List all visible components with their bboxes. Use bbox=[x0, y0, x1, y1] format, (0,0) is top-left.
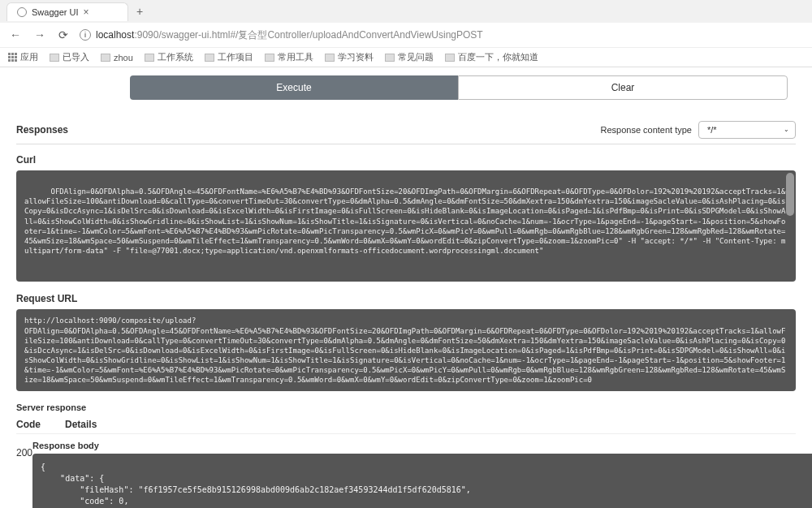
folder-icon bbox=[445, 54, 455, 62]
forward-button[interactable]: → bbox=[32, 28, 47, 41]
page-content: Execute Clear Responses Response content… bbox=[0, 67, 812, 508]
folder-icon bbox=[325, 54, 335, 62]
folder-icon bbox=[385, 54, 395, 62]
reload-button[interactable]: ⟳ bbox=[57, 28, 70, 41]
bookmark-item[interactable]: 百度一下，你就知道 bbox=[445, 51, 538, 63]
responses-title: Responses bbox=[16, 124, 68, 136]
tab-favicon bbox=[17, 7, 27, 17]
clear-button[interactable]: Clear bbox=[458, 75, 788, 100]
new-tab-button[interactable]: + bbox=[128, 5, 151, 18]
code-header: Code bbox=[16, 419, 65, 430]
folder-icon bbox=[145, 54, 154, 62]
content-type-dropdown[interactable]: */* bbox=[698, 121, 796, 139]
folder-icon bbox=[265, 54, 274, 62]
bookmark-item[interactable]: zhou bbox=[101, 53, 133, 62]
bookmark-item[interactable]: 常用工具 bbox=[265, 51, 313, 63]
apps-button[interactable]: 应用 bbox=[8, 51, 38, 63]
details-header: Details bbox=[65, 419, 796, 430]
request-url-label: Request URL bbox=[16, 293, 796, 304]
content-type-selector: Response content type */* ⌄ bbox=[600, 121, 796, 139]
url-text: localhost:9090/swagger-ui.html#/复合型Contr… bbox=[96, 28, 483, 42]
bookmarks-bar: 应用 已导入 zhou 工作系统 工作项目 常用工具 学习资料 常见问题 百度一… bbox=[0, 47, 812, 67]
response-row: 200 Response body { "data": { "fileHash"… bbox=[16, 441, 796, 508]
action-buttons: Execute Clear bbox=[16, 75, 796, 100]
response-body-block[interactable]: { "data": { "fileHash": "f6f1957ce5f5e8b… bbox=[32, 454, 812, 508]
folder-icon bbox=[205, 54, 214, 62]
response-body-label: Response body bbox=[32, 441, 812, 450]
server-response-label: Server response bbox=[16, 403, 796, 412]
curl-block[interactable]: OFDAlign=0&OFDAlpha=0.5&OFDAngle=45&OFDF… bbox=[16, 170, 796, 282]
tab-title: Swagger UI bbox=[32, 7, 78, 17]
bookmark-item[interactable]: 常见问题 bbox=[385, 51, 434, 63]
request-url-block[interactable]: http://localhost:9090/composite/upload? … bbox=[16, 309, 796, 391]
apps-grid-icon bbox=[8, 53, 17, 62]
folder-icon bbox=[101, 54, 110, 62]
bookmark-item[interactable]: 工作系统 bbox=[145, 51, 193, 63]
folder-icon bbox=[50, 54, 59, 62]
curl-label: Curl bbox=[16, 154, 796, 166]
response-headers: Code Details bbox=[16, 419, 796, 434]
bookmark-item[interactable]: 工作项目 bbox=[205, 51, 253, 63]
site-info-icon[interactable]: i bbox=[80, 29, 91, 41]
tab-bar: Swagger UI × + bbox=[0, 0, 812, 23]
url-bar[interactable]: i localhost:9090/swagger-ui.html#/复合型Con… bbox=[80, 28, 804, 42]
status-code: 200 bbox=[16, 441, 32, 508]
browser-tab[interactable]: Swagger UI × bbox=[6, 2, 128, 21]
tab-close-icon[interactable]: × bbox=[83, 6, 89, 18]
execute-button[interactable]: Execute bbox=[130, 75, 458, 100]
bookmark-item[interactable]: 已导入 bbox=[50, 51, 89, 63]
responses-header: Responses Response content type */* ⌄ bbox=[16, 116, 796, 144]
scrollbar[interactable] bbox=[786, 173, 794, 279]
bookmark-item[interactable]: 学习资料 bbox=[325, 51, 374, 63]
browser-chrome: Swagger UI × + ← → ⟳ i localhost:9090/sw… bbox=[0, 0, 812, 67]
nav-bar: ← → ⟳ i localhost:9090/swagger-ui.html#/… bbox=[0, 23, 812, 47]
content-type-label: Response content type bbox=[600, 125, 692, 135]
back-button[interactable]: ← bbox=[8, 28, 23, 41]
